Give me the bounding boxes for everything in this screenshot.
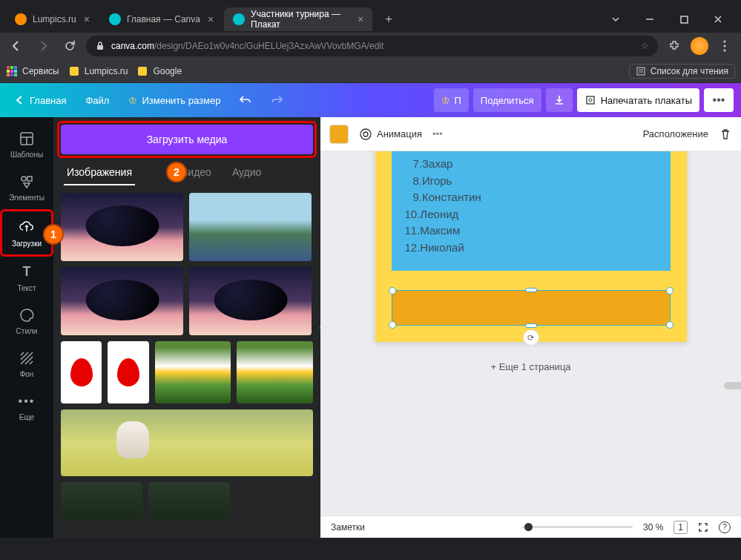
address-bar[interactable]: canva.com/design/DAEo1w0v4nc/GuHELUej3Az…: [86, 36, 658, 56]
thumbnail-image[interactable]: [189, 267, 312, 335]
thumbnail-image[interactable]: [108, 341, 148, 403]
rail-elements[interactable]: Элементы: [3, 166, 50, 208]
minimize-button[interactable]: [633, 8, 667, 30]
resize-handle[interactable]: [666, 287, 674, 294]
tab-images[interactable]: Изображения: [64, 160, 135, 185]
color-swatch[interactable]: [329, 125, 349, 144]
list-item[interactable]: 10.Леонид: [405, 206, 657, 223]
reading-list-button[interactable]: Список для чтения: [629, 64, 735, 79]
scrollbar-thumb[interactable]: [724, 382, 742, 389]
chevron-down-icon[interactable]: [599, 8, 633, 30]
print-button[interactable]: Напечатать плакаты: [577, 88, 699, 112]
reload-button[interactable]: [59, 36, 80, 56]
bookmark-item[interactable]: Google: [136, 65, 182, 77]
bookmark-apps[interactable]: Сервисы: [6, 65, 59, 77]
more-options-button[interactable]: •••: [432, 128, 443, 139]
close-window-button[interactable]: [701, 8, 735, 30]
file-label: Файл: [85, 95, 109, 106]
new-tab-button[interactable]: +: [378, 9, 399, 30]
forward-button[interactable]: [33, 36, 53, 56]
position-button[interactable]: Расположение: [643, 128, 708, 139]
download-button[interactable]: [546, 88, 573, 112]
page-indicator[interactable]: 1: [674, 521, 688, 534]
rail-templates[interactable]: Шаблоны: [3, 123, 50, 165]
selected-element[interactable]: ⟳: [392, 290, 671, 326]
canvas-area: Анимация ••• Расположение 7.Захар 8.Игор…: [320, 117, 741, 538]
browser-tab[interactable]: Главная — Canva ×: [100, 7, 223, 31]
resize-handle[interactable]: [525, 323, 537, 328]
rotate-handle[interactable]: ⟳: [523, 329, 539, 346]
star-icon[interactable]: ☆: [641, 41, 649, 51]
zoom-slider[interactable]: [521, 526, 633, 528]
animation-label: Анимация: [377, 128, 422, 139]
undo-button[interactable]: [232, 88, 259, 112]
resize-handle[interactable]: [666, 321, 674, 329]
animation-button[interactable]: Анимация: [359, 128, 422, 141]
delete-button[interactable]: [719, 128, 732, 141]
bookmark-item[interactable]: Lumpics.ru: [68, 65, 128, 77]
upload-media-button[interactable]: Загрузить медиа: [61, 125, 313, 154]
thumbnail-image[interactable]: [61, 193, 183, 261]
rail-background[interactable]: Фон: [3, 343, 50, 384]
svg-rect-12: [7, 73, 10, 76]
url-host: canva.com: [111, 41, 154, 51]
resize-handle[interactable]: [389, 287, 396, 294]
more-button[interactable]: •••: [704, 88, 734, 112]
back-button[interactable]: [6, 36, 27, 56]
home-button[interactable]: Главная: [7, 88, 73, 112]
extensions-icon[interactable]: [664, 36, 685, 56]
notes-button[interactable]: Заметки: [331, 522, 365, 533]
thumbnail-image[interactable]: [61, 482, 142, 519]
rail-text[interactable]: TТекст: [3, 257, 50, 298]
maximize-button[interactable]: [667, 8, 701, 30]
share-label: Поделиться: [481, 95, 534, 106]
svg-rect-11: [14, 70, 17, 73]
resize-handle[interactable]: [525, 288, 537, 292]
thumbnail-image[interactable]: [61, 267, 183, 335]
resize-label: Изменить размер: [142, 95, 220, 106]
fullscreen-icon[interactable]: [698, 522, 708, 533]
help-icon[interactable]: ?: [719, 521, 731, 533]
svg-rect-16: [138, 67, 147, 76]
list-item[interactable]: 9.Константин: [405, 189, 657, 206]
resize-handle[interactable]: [389, 321, 396, 329]
add-page-button[interactable]: + Еще 1 страница: [490, 361, 570, 372]
zoom-level[interactable]: 30 %: [643, 522, 663, 533]
thumbnail-image[interactable]: [237, 341, 313, 403]
browser-tab[interactable]: Lumpics.ru ×: [6, 7, 99, 31]
side-rail: Шаблоны Элементы Загрузки 1 TТекст Стили…: [0, 117, 53, 538]
slider-thumb[interactable]: [524, 523, 533, 531]
poster-blue-box[interactable]: 7.Захар 8.Игорь 9.Константин 10.Леонид 1…: [392, 151, 671, 271]
profile-avatar[interactable]: [691, 37, 708, 55]
thumbnail-image[interactable]: [148, 482, 230, 519]
tab-audio[interactable]: Аудио: [229, 160, 265, 185]
canvas-scroll[interactable]: 7.Захар 8.Игорь 9.Константин 10.Леонид 1…: [320, 151, 741, 515]
pro-button[interactable]: ♔П: [434, 88, 469, 112]
resize-button[interactable]: ♔Изменить размер: [121, 88, 228, 112]
list-item[interactable]: 7.Захар: [405, 156, 657, 173]
share-button[interactable]: Поделиться: [473, 88, 541, 112]
templates-icon: [18, 130, 36, 148]
list-item[interactable]: 11.Максим: [405, 223, 657, 240]
browser-tab-active[interactable]: Участники турнира — Плакат ×: [224, 7, 372, 31]
list-item[interactable]: 12.Николай: [405, 240, 657, 257]
thumbnail-image[interactable]: [189, 193, 312, 261]
close-icon[interactable]: ×: [208, 13, 214, 25]
file-button[interactable]: Файл: [78, 88, 116, 112]
thumbnail-image[interactable]: [61, 409, 313, 476]
rail-styles[interactable]: Стили: [3, 300, 50, 341]
pro-label: П: [455, 95, 461, 106]
tab-label: Изображения: [67, 166, 132, 178]
cloud-upload-icon: [18, 219, 36, 237]
close-icon[interactable]: ×: [358, 13, 363, 25]
thumbnail-image[interactable]: [155, 341, 231, 403]
list-item[interactable]: 8.Игорь: [405, 173, 657, 190]
text-icon: T: [18, 263, 36, 281]
close-icon[interactable]: ×: [84, 13, 90, 25]
rail-more[interactable]: •••Еще: [3, 386, 50, 427]
poster-canvas[interactable]: 7.Захар 8.Игорь 9.Константин 10.Леонид 1…: [375, 151, 687, 342]
rail-uploads[interactable]: Загрузки 1: [3, 212, 50, 254]
redo-button[interactable]: [263, 88, 290, 112]
thumbnail-image[interactable]: [61, 341, 102, 403]
menu-icon[interactable]: [714, 36, 735, 56]
